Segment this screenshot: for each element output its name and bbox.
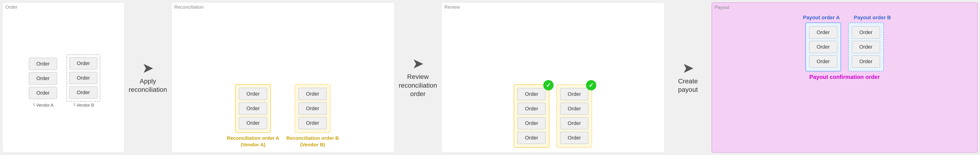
main-container: Order Order Order Order Vendor A Order O… bbox=[0, 0, 980, 155]
order-box: Order bbox=[239, 102, 267, 115]
review-a-group: ✓ Order Order Order Order bbox=[514, 84, 549, 148]
order-box: Order bbox=[809, 56, 837, 68]
order-box: Order bbox=[852, 26, 880, 38]
vendor-a-group: Order Order Order Vendor A bbox=[27, 56, 59, 108]
vendor-a-orders: Order Order Order bbox=[27, 56, 59, 101]
arrow-right-icon: ➤ bbox=[682, 61, 694, 75]
reconciliation-section: Reconciliation Order Order Order Reconci… bbox=[171, 2, 395, 153]
arrow-right-icon: ➤ bbox=[142, 61, 154, 75]
apply-reconciliation-label: Applyreconciliation bbox=[129, 77, 167, 94]
order-box: Order bbox=[239, 88, 267, 100]
order-box: Order bbox=[29, 87, 57, 99]
payout-confirmation-label: Payout confirmation order bbox=[810, 74, 880, 80]
order-box: Order bbox=[517, 88, 546, 100]
order-box: Order bbox=[69, 72, 97, 84]
vendor-a-label: Vendor A bbox=[32, 103, 54, 108]
order-box: Order bbox=[69, 57, 97, 70]
payout-boxes-row: Order Order Order Order Order Order bbox=[805, 22, 884, 71]
order-section: Order Order Order Order Vendor A Order O… bbox=[2, 2, 124, 153]
create-payout-arrow: ➤ Createpayout bbox=[665, 2, 711, 153]
arrow-right-icon: ➤ bbox=[412, 57, 424, 71]
payout-section: Payout Payout order A Payout order B Ord… bbox=[711, 2, 978, 153]
order-box: Order bbox=[517, 117, 546, 129]
order-vendors-row: Order Order Order Vendor A Order Order O… bbox=[27, 50, 100, 108]
review-section-label: Review bbox=[444, 5, 460, 10]
payout-b-group: Order Order Order bbox=[848, 22, 884, 71]
order-box: Order bbox=[560, 132, 588, 144]
order-box: Order bbox=[809, 41, 837, 53]
order-box: Order bbox=[299, 88, 327, 100]
order-box: Order bbox=[239, 117, 267, 129]
order-box: Order bbox=[852, 56, 880, 68]
review-reconciliation-label: Reviewreconciliation order bbox=[395, 73, 441, 98]
payout-b-box: Order Order Order bbox=[848, 22, 884, 71]
apply-reconciliation-arrow: ➤ Applyreconciliation bbox=[124, 2, 171, 153]
order-box: Order bbox=[809, 26, 837, 38]
recon-a-label: Reconciliation order A(Vendor A) bbox=[227, 135, 279, 148]
vendor-b-label: Vendor B bbox=[73, 103, 94, 108]
reconciliation-row: Order Order Order Reconciliation order A… bbox=[176, 10, 390, 148]
order-box: Order bbox=[29, 58, 57, 70]
payout-a-group: Order Order Order bbox=[805, 22, 841, 71]
order-section-label: Order bbox=[5, 5, 18, 10]
payout-a-box: Order Order Order bbox=[805, 22, 841, 71]
payout-order-b-label: Payout order B bbox=[854, 14, 891, 21]
review-a-box: Order Order Order Order bbox=[514, 84, 549, 148]
payout-section-label: Payout bbox=[715, 5, 729, 10]
order-box: Order bbox=[299, 102, 327, 115]
recon-a-box: Order Order Order bbox=[235, 84, 271, 133]
review-row: ✓ Order Order Order Order ✓ Order Order … bbox=[446, 10, 660, 148]
order-box: Order bbox=[852, 41, 880, 53]
order-box: Order bbox=[560, 88, 588, 100]
review-section: Review ✓ Order Order Order Order ✓ Order… bbox=[441, 2, 665, 153]
vendor-b-orders: Order Order Order bbox=[67, 54, 100, 101]
reconciliation-section-label: Reconciliation bbox=[174, 5, 204, 10]
vendor-b-group: Order Order Order Vendor B bbox=[67, 54, 100, 108]
create-payout-label: Createpayout bbox=[678, 77, 698, 94]
review-b-box: Order Order Order Order bbox=[557, 84, 592, 148]
review-b-group: ✓ Order Order Order Order bbox=[557, 84, 592, 148]
order-box: Order bbox=[517, 132, 546, 144]
recon-b-label: Reconciliation order B(Vendor B) bbox=[286, 135, 339, 148]
recon-a-group: Order Order Order Reconciliation order A… bbox=[227, 84, 279, 148]
payout-section-inner: Payout order A Payout order B Order Orde… bbox=[717, 10, 973, 147]
recon-b-group: Order Order Order Reconciliation order B… bbox=[286, 84, 339, 148]
order-box: Order bbox=[299, 117, 327, 129]
payout-order-a-label: Payout order A bbox=[803, 14, 840, 21]
order-box: Order bbox=[560, 117, 588, 129]
order-box: Order bbox=[560, 102, 588, 115]
review-reconciliation-arrow: ➤ Reviewreconciliation order bbox=[395, 2, 441, 153]
checkmark-a-badge: ✓ bbox=[543, 80, 554, 90]
checkmark-b-badge: ✓ bbox=[586, 80, 596, 90]
order-box: Order bbox=[69, 86, 97, 99]
order-box: Order bbox=[517, 102, 546, 115]
order-box: Order bbox=[29, 72, 57, 85]
recon-b-box: Order Order Order bbox=[295, 84, 331, 133]
payout-labels-row: Payout order A Payout order B bbox=[798, 14, 891, 22]
